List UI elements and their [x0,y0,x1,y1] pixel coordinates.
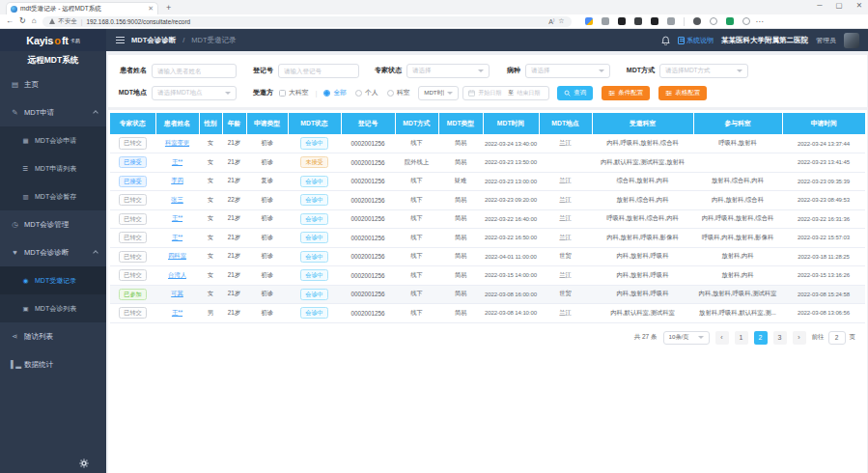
invitee-radio-0[interactable]: 全部 [323,88,347,97]
patient-name-link[interactable]: 科室变更 [165,139,189,146]
new-tab-button[interactable]: + [166,2,171,14]
cell-expert-status: 已接受 [110,172,155,191]
sidebar-item-5[interactable]: ◷MDT会诊管理 [0,210,106,238]
chevron-down-icon [698,336,704,339]
sidebar-item-0[interactable]: ▤主页 [0,70,106,98]
collapse-sidebar-icon[interactable] [116,37,125,43]
sidebar-item-4[interactable]: ▥MDT会诊暂存 [0,182,106,210]
cell-mdt-place: 世贸 [539,247,592,266]
sidebar-item-2[interactable]: ▦MDT会诊申请 [0,126,106,154]
expert-status-label: 专家状态 [371,66,402,75]
date-range-input[interactable]: 开始日期 至 结束日期 [462,86,549,100]
mdt-mode-select[interactable]: 请选择MDT方式 [659,64,748,78]
sidebar-item-10[interactable]: ▌▂数据统计 [0,350,106,378]
tab-close-icon[interactable]: ✕ [148,5,154,13]
search-button[interactable]: 查询 [557,86,593,100]
jump-to-input[interactable] [828,331,846,345]
big-department-checkbox[interactable] [279,90,286,97]
notification-bell-icon[interactable] [661,36,670,45]
mdt-location-select[interactable]: 请选择MDT地点 [152,86,237,100]
patient-name-link[interactable]: 王** [172,234,182,240]
sidebar-item-7[interactable]: ◉MDT受邀记录 [0,266,106,294]
sidebar-item-1[interactable]: ✎MDT申请 [0,98,106,126]
not-secure-warning-icon[interactable] [49,18,55,24]
patient-name-link[interactable]: 可萁 [171,290,183,296]
read-aloud-icon[interactable]: A) [548,17,554,25]
screenshot-extension-icon[interactable] [634,17,642,25]
invitee-radio-2[interactable]: 科室 [387,88,410,97]
page-number-button-1[interactable]: 1 [735,331,748,345]
browser-essentials-icon[interactable] [726,17,734,25]
next-page-button[interactable]: › [793,331,806,345]
column-header: MDT类型 [438,113,483,134]
cell-invited-depts: 呼吸科,放射科,综合科,内科 [592,209,693,229]
prev-page-button[interactable]: ‹ [715,331,729,345]
back-icon[interactable]: ← [6,17,14,25]
mute-tab-icon[interactable] [667,17,675,25]
cell-apply-time: 2022-03-23 13:41:45 [782,153,865,173]
page-number-button-2[interactable]: 2 [754,331,768,345]
status-tag: 会诊中 [300,194,328,206]
capture-extension-icon[interactable] [651,17,658,25]
address-bar[interactable]: 不安全 | 192.168.0.156:9002/consultate/reco… [42,16,572,27]
window-maximize-icon[interactable]: ▢ [836,1,843,10]
copilot-extension-icon[interactable] [585,17,593,25]
disease-select[interactable]: 请选择 [525,64,610,78]
browser-tab[interactable]: mdt受邀记录 - 远程MDT系统 ✕ [6,2,158,14]
expert-status-select[interactable]: 请选择 [406,64,490,78]
page-size-select[interactable]: 10条/页 [663,331,710,345]
mdt-time-type-select[interactable]: MDT时间 [418,86,459,100]
registration-no-input[interactable] [278,64,359,78]
dark-extension-icon[interactable] [618,17,626,25]
screen: mdt受邀记录 - 远程MDT系统 ✕ + ─ ▢ ✕ ← ↻ ⌂ 不安全 | … [0,0,868,473]
patient-name-link[interactable]: 李四 [171,177,183,183]
patient-name-link[interactable]: 四科室 [168,252,186,259]
condition-config-button[interactable]: 条件配置 [602,86,650,100]
browser-menu-icon[interactable]: ⋯ [756,17,765,26]
cell-mdt-type: 简易 [438,304,483,323]
profile-icon[interactable] [742,17,750,25]
split-screen-icon[interactable] [710,17,717,25]
cell-invited-depts: 内科,放射科,呼吸科 [592,266,693,286]
cell-reg-no: 0002001256 [341,209,395,229]
collections-icon[interactable] [693,17,701,25]
status-tag: 会诊中 [300,251,328,263]
chevron-down-icon [225,92,231,95]
table-config-button[interactable]: 表格配置 [658,86,707,100]
cell-joined-depts: 放射科,呼吸科,默认科室,测... [693,304,782,323]
home-icon[interactable]: ⌂ [32,17,37,25]
extension-icon[interactable] [602,17,609,25]
settings-gear-icon[interactable] [79,459,89,468]
cell-apply-type: 初诊 [246,304,288,323]
user-avatar[interactable] [844,33,859,48]
search-icon [564,90,571,97]
patient-name-input[interactable] [152,64,237,78]
patient-name-link[interactable]: 王** [172,158,182,165]
page-number-button-3[interactable]: 3 [773,331,787,345]
status-tag: 会诊中 [300,137,328,149]
sidebar-item-8[interactable]: ▣MDT会诊列表 [0,294,106,322]
cell-reg-no: 0002001256 [341,285,395,304]
patient-name-link[interactable]: 王** [172,309,182,316]
patient-name-link[interactable]: 张三 [171,196,183,203]
window-minimize-icon[interactable]: ─ [817,1,822,10]
patient-name-link[interactable]: 王** [172,214,182,221]
cell-apply-time: 2022-03-08 13:06:56 [782,304,865,323]
status-tag: 会诊中 [300,213,328,225]
sidebar-item-9[interactable]: ⋖随访列表 [0,322,106,350]
search-panel: 患者姓名 登记号 专家状态 请选择 病种 请选择 MDT方式 请选择MDT方式 … [108,55,867,107]
cell-apply-type: 初诊 [246,285,288,304]
invitee-radio-1[interactable]: 个人 [355,88,378,97]
sidebar-item-6[interactable]: ♥MDT会诊诊断 [0,238,106,266]
cell-sex: 男 [199,304,222,323]
main-area: MDT会诊诊断 / MDT受邀记录 系统说明 某某医科大学附属第二医院 管理员 [106,29,868,473]
favorite-star-icon[interactable]: ☆ [558,17,564,25]
window-close-icon[interactable]: ✕ [856,1,862,10]
cell-mdt-type: 简易 [438,229,483,248]
refresh-icon[interactable]: ↻ [19,17,26,25]
patient-name-label: 患者姓名 [114,66,147,75]
system-help-link[interactable]: 系统说明 [678,36,714,45]
column-header: 年龄 [222,113,246,134]
patient-name-link[interactable]: 台湾人 [168,271,186,278]
sidebar-item-3[interactable]: ☰MDT申请列表 [0,154,106,182]
